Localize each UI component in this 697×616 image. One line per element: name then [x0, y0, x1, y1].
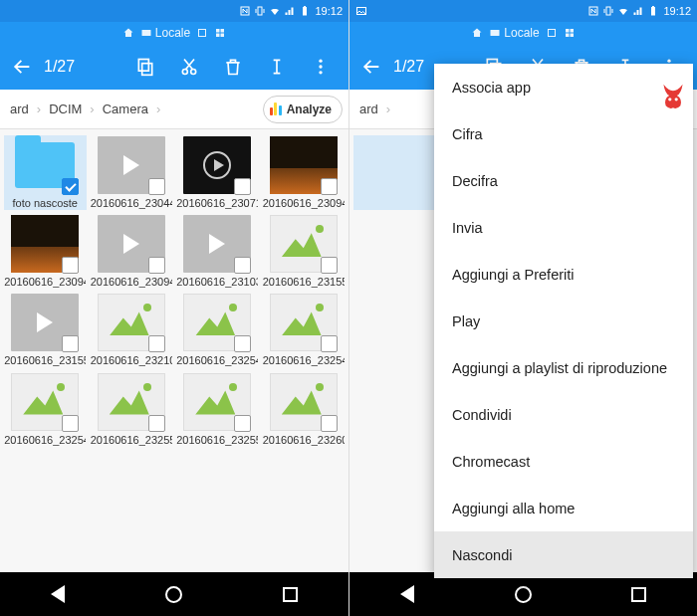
file-item[interactable]: 20160616_232603.j [263, 372, 346, 447]
demon-mascot-icon [657, 80, 689, 111]
file-item[interactable]: 20160616_232551.j [91, 372, 173, 447]
checkbox[interactable] [234, 178, 251, 195]
image-notif-icon [355, 5, 367, 17]
copy-button[interactable] [125, 44, 165, 90]
menu-item[interactable]: Cifra [434, 110, 693, 157]
checkbox[interactable] [62, 257, 79, 274]
file-label: 20160616_232551.j [91, 434, 172, 447]
svg-rect-3 [304, 6, 306, 7]
menu-item[interactable]: Chromecast [434, 438, 693, 485]
wifi-icon [617, 5, 629, 17]
file-label: 20160616_232603.j [263, 434, 345, 447]
menu-item[interactable]: Aggiungi a playlist di riproduzione [434, 344, 693, 391]
cut-button[interactable] [169, 44, 209, 90]
svg-point-12 [182, 70, 187, 75]
file-item[interactable]: 20160616_230947. [91, 214, 173, 289]
checkbox[interactable] [148, 335, 165, 352]
svg-rect-22 [491, 30, 500, 36]
svg-rect-26 [566, 34, 570, 38]
file-grid[interactable]: foto nascoste20160616_230441.20160616_23… [0, 129, 348, 572]
menu-item[interactable]: Invia [434, 204, 693, 251]
nav-back[interactable] [33, 572, 83, 616]
home-icon[interactable] [471, 27, 483, 39]
checkbox[interactable] [62, 178, 79, 195]
location-chip[interactable]: Locale [489, 26, 539, 40]
file-item[interactable]: 20160616_232105. [91, 293, 173, 367]
crumb-1[interactable]: ard [355, 102, 382, 116]
menu-item[interactable]: Condividi [434, 391, 693, 438]
svg-rect-11 [138, 60, 148, 72]
checkbox[interactable] [321, 178, 338, 195]
delete-button[interactable] [213, 44, 253, 90]
action-bar: 1/27 [0, 44, 348, 90]
checkbox[interactable] [234, 257, 251, 274]
crumb-1[interactable]: ard [6, 102, 33, 116]
svg-rect-9 [221, 34, 225, 38]
file-item[interactable]: 20160616_231553. [4, 293, 87, 367]
file-item[interactable]: 20160616_232541.j [176, 293, 259, 367]
crumb-2[interactable]: DCIM [45, 102, 86, 116]
file-item[interactable]: 20160616_232556.j [176, 372, 259, 447]
svg-point-13 [191, 70, 196, 75]
rename-button[interactable] [257, 44, 297, 90]
checkbox[interactable] [148, 257, 165, 274]
file-item[interactable]: 20160616_232548.j [4, 372, 87, 447]
checkbox[interactable] [234, 335, 251, 352]
menu-item[interactable]: Aggiungi alla home [434, 485, 693, 531]
file-item[interactable]: 20160616_230441. [91, 135, 173, 210]
file-item[interactable]: 20160616_231550.j [263, 214, 346, 289]
svg-rect-4 [141, 30, 150, 36]
file-item[interactable]: 20160616_230942.j [263, 135, 346, 210]
menu-item[interactable]: Aggiungi a Preferiti [434, 251, 693, 298]
file-item[interactable]: 20160616_230717. [176, 135, 259, 210]
svg-rect-27 [570, 34, 574, 38]
svg-rect-24 [566, 29, 570, 33]
checkbox[interactable] [321, 257, 338, 274]
tb-icon-1[interactable] [546, 27, 558, 39]
menu-item[interactable]: Associa app [434, 64, 693, 110]
nav-bar [349, 572, 697, 616]
home-icon[interactable] [122, 27, 134, 39]
nav-recent[interactable] [614, 572, 664, 616]
overflow-button[interactable] [301, 44, 341, 90]
file-item[interactable]: 20160616_231039. [176, 214, 259, 289]
file-label: foto nascoste [4, 197, 86, 210]
file-label: 20160616_232544.j [263, 354, 345, 367]
checkbox[interactable] [62, 415, 79, 432]
vibrate-icon [254, 5, 266, 17]
nav-home[interactable] [498, 572, 548, 616]
file-item[interactable]: 20160616_230947. [4, 214, 87, 289]
checkbox[interactable] [148, 178, 165, 195]
file-item[interactable]: 20160616_232544.j [263, 293, 346, 367]
analyze-button[interactable]: Analyze [263, 96, 343, 123]
tb-icon-1[interactable] [196, 27, 208, 39]
svg-point-15 [319, 65, 322, 68]
back-button[interactable] [357, 56, 385, 78]
back-button[interactable] [8, 56, 36, 78]
menu-item[interactable]: Nascondi [434, 531, 693, 578]
checkbox[interactable] [234, 415, 251, 432]
tb-icon-2[interactable] [564, 27, 576, 39]
checkbox[interactable] [321, 335, 338, 352]
checkbox[interactable] [321, 415, 338, 432]
nav-back[interactable] [382, 572, 432, 616]
tb-icon-2[interactable] [214, 27, 226, 39]
location-chip[interactable]: Locale [140, 26, 190, 40]
nav-recent[interactable] [266, 572, 316, 616]
status-time: 19:12 [315, 5, 343, 17]
svg-rect-25 [570, 29, 574, 33]
nav-home[interactable] [149, 572, 199, 616]
checkbox[interactable] [148, 415, 165, 432]
menu-item[interactable]: Play [434, 298, 693, 344]
checkbox[interactable] [62, 335, 79, 352]
crumb-3[interactable]: Camera [99, 102, 152, 116]
nfc-icon [239, 5, 251, 17]
svg-rect-19 [606, 7, 610, 15]
wifi-icon [269, 5, 281, 17]
folder-item[interactable]: foto nascoste [4, 135, 87, 210]
nfc-icon [587, 5, 599, 17]
status-icons [587, 5, 659, 17]
svg-point-32 [667, 60, 670, 63]
file-label: 20160616_231553. [4, 354, 86, 367]
menu-item[interactable]: Decifra [434, 157, 693, 204]
